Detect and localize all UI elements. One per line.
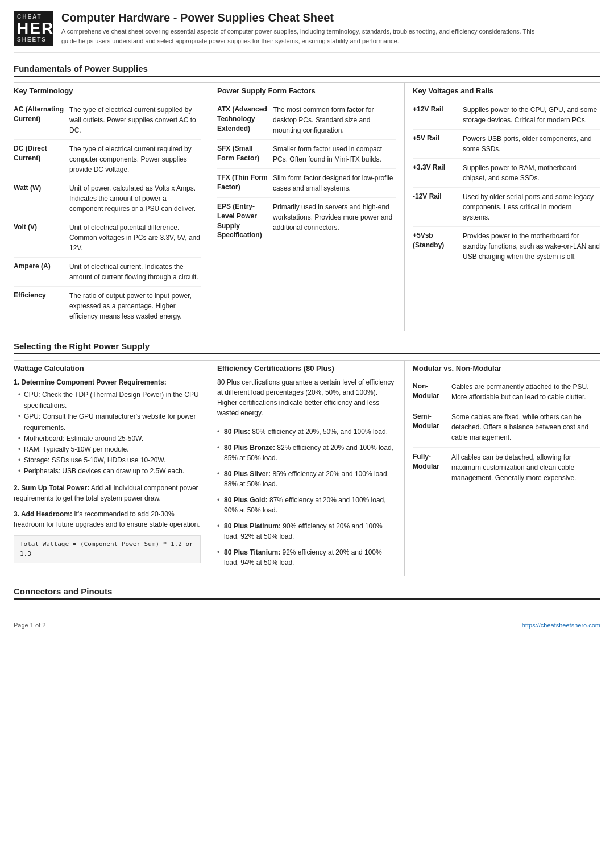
term-row: ATX (Advanced Technology Extended)The mo… [217,101,396,140]
term-label: ATX (Advanced Technology Extended) [217,105,268,133]
term-label: AC (Alternating Current) [14,105,65,124]
terminology-terms: AC (Alternating Current)The type of elec… [14,101,201,325]
efficiency-item: 80 Plus Platinum: 90% efficiency at 20% … [217,518,396,544]
formfactor-terms: ATX (Advanced Technology Extended)The mo… [217,101,396,244]
terminology-col: Key Terminology AC (Alternating Current)… [14,83,209,331]
volt-row: -12V RailUsed by older serial ports and … [413,188,600,227]
term-label: Ampere (A) [14,262,65,271]
term-row: TFX (Thin Form Factor)Slim form factor d… [217,169,396,198]
footer-link[interactable]: https://cheatsheetshero.com [522,622,600,629]
logo-hero: HERO [17,20,68,36]
modular-col: Modular vs. Non-Modular Non-ModularCable… [405,361,600,576]
logo: CHEAT HERO SHEETS [14,11,53,46]
page-header: CHEAT HERO SHEETS Computer Hardware - Po… [14,11,600,53]
term-row: EfficiencyThe ratio of output power to i… [14,287,201,325]
term-desc: Unit of electrical potential difference.… [69,222,201,253]
volt-desc: Provides power to the motherboard for st… [463,231,600,262]
mod-desc: Some cables are fixed, while others can … [451,412,600,443]
term-desc: Primarily used in servers and high-end w… [273,202,396,233]
term-row: Watt (W)Unit of power, calculated as Vol… [14,179,201,218]
efficiency-item: 80 Plus: 80% efficiency at 20%, 50%, and… [217,424,396,440]
wattage-header: Wattage Calculation [14,361,201,377]
volt-label: +5V Rail [413,134,458,143]
volt-row: +5Vsb (Standby)Provides power to the mot… [413,227,600,266]
efficiency-item: 80 Plus Bronze: 82% efficiency at 20% an… [217,440,396,466]
wattage-sub-item: GPU: Consult the GPU manufacturer's webs… [18,411,201,433]
formfactor-col: Power Supply Form Factors ATX (Advanced … [209,83,405,331]
term-label: EPS (Entry-Level Power Supply Specificat… [217,202,268,240]
efficiency-intro: 80 Plus certifications guarantee a certa… [217,377,396,418]
formfactor-header: Power Supply Form Factors [217,83,396,98]
wattage-step: 2. Sum Up Total Power: Add all individua… [14,483,201,503]
wattage-step: 1. Determine Component Power Requirement… [14,377,201,477]
term-row: Ampere (A)Unit of electrical current. In… [14,258,201,287]
mod-desc: All cables can be detached, allowing for… [451,452,600,483]
mod-label: Fully-Modular [413,452,447,472]
wattage-sub-item: Peripherals: USB devices can draw up to … [18,466,201,477]
efficiency-list: 80 Plus: 80% efficiency at 20%, 50%, and… [217,424,396,571]
wattage-sub-item: CPU: Check the TDP (Thermal Design Power… [18,390,201,411]
term-label: DC (Direct Current) [14,144,65,163]
term-label: TFX (Thin Form Factor) [217,173,268,192]
selecting-grid: Wattage Calculation 1. Determine Compone… [14,360,600,576]
wattage-sub-item: Storage: SSDs use 5-10W, HDDs use 10-20W… [18,455,201,466]
wattage-step: 3. Add Headroom: It's recommended to add… [14,509,201,530]
header-text: Computer Hardware - Power Supplies Cheat… [61,11,550,46]
volt-label: -12V Rail [413,192,458,201]
volt-row: +5V RailPowers USB ports, older componen… [413,130,600,159]
modular-row: Non-ModularCables are permanently attach… [413,377,600,407]
term-desc: Unit of electrical current. Indicates th… [69,262,201,282]
term-desc: The most common form factor for desktop … [273,105,396,135]
fundamentals-grid: Key Terminology AC (Alternating Current)… [14,82,600,331]
modular-header: Modular vs. Non-Modular [413,361,600,377]
page-title: Computer Hardware - Power Supplies Cheat… [61,11,550,24]
selecting-title: Selecting the Right Power Supply [14,341,600,354]
volt-label: +5Vsb (Standby) [413,231,458,250]
term-label: Efficiency [14,291,65,300]
efficiency-col: Efficiency Certifications (80 Plus) 80 P… [209,361,405,576]
term-desc: The ratio of output power to input power… [69,291,201,321]
wattage-steps: 1. Determine Component Power Requirement… [14,377,201,530]
volt-desc: Powers USB ports, older components, and … [463,134,600,154]
modular-row: Fully-ModularAll cables can be detached,… [413,448,600,487]
term-row: DC (Direct Current)The type of electrica… [14,140,201,179]
wattage-sub-item: Motherboard: Estimate around 25-50W. [18,433,201,444]
voltages-header: Key Voltages and Rails [413,83,600,98]
volt-label: +3.3V Rail [413,163,458,172]
fundamentals-title: Fundamentals of Power Supplies [14,64,600,77]
term-desc: The type of electrical current supplied … [69,105,201,135]
mod-label: Non-Modular [413,382,447,401]
term-label: Watt (W) [14,183,65,193]
voltages-col: Key Voltages and Rails +12V RailSupplies… [405,83,600,331]
wattage-col: Wattage Calculation 1. Determine Compone… [14,361,209,576]
efficiency-header: Efficiency Certifications (80 Plus) [217,361,396,377]
wattage-formula: Total Wattage = (Component Power Sum) * … [14,535,201,563]
term-desc: The type of electrical current required … [69,144,201,175]
term-row: AC (Alternating Current)The type of elec… [14,101,201,140]
volt-desc: Supplies power to RAM, motherboard chips… [463,163,600,183]
volt-desc: Supplies power to the CPU, GPU, and some… [463,105,600,125]
modular-row: Semi-ModularSome cables are fixed, while… [413,407,600,448]
volt-desc: Used by older serial ports and some lega… [463,192,600,222]
page-number: Page 1 of 2 [14,622,45,629]
term-label: SFX (Small Form Factor) [217,144,268,163]
modular-items: Non-ModularCables are permanently attach… [413,377,600,487]
terminology-header: Key Terminology [14,83,201,98]
mod-label: Semi-Modular [413,412,447,431]
wattage-sub-item: RAM: Typically 5-10W per module. [18,444,201,455]
term-row: EPS (Entry-Level Power Supply Specificat… [217,198,396,244]
logo-sheets: SHEETS [17,36,47,43]
connectors-title: Connectors and Pinouts [14,586,600,600]
mod-desc: Cables are permanently attached to the P… [451,382,600,402]
voltages-terms: +12V RailSupplies power to the CPU, GPU,… [413,101,600,266]
term-label: Volt (V) [14,222,65,232]
efficiency-item: 80 Plus Titanium: 92% efficiency at 20% … [217,544,396,571]
page-description: A comprehensive cheat sheet covering ess… [61,27,550,46]
efficiency-item: 80 Plus Silver: 85% efficiency at 20% an… [217,466,396,492]
term-row: SFX (Small Form Factor)Smaller form fact… [217,140,396,169]
term-desc: Slim form factor designed for low-profil… [273,173,396,193]
efficiency-item: 80 Plus Gold: 87% efficiency at 20% and … [217,492,396,518]
volt-row: +12V RailSupplies power to the CPU, GPU,… [413,101,600,130]
page-footer: Page 1 of 2 https://cheatsheetshero.com [14,617,600,629]
volt-label: +12V Rail [413,105,458,114]
